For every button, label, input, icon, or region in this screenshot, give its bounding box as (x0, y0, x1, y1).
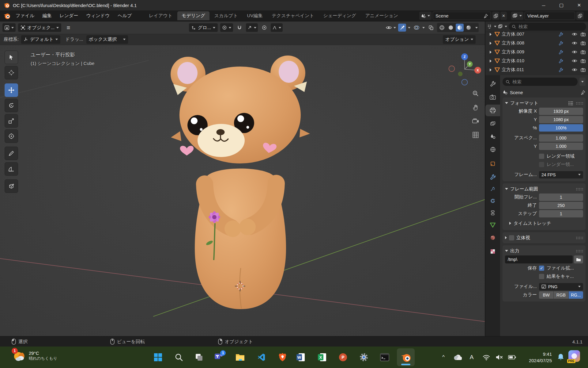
transform-orientation-dropdown[interactable]: グロ... (189, 23, 218, 32)
snap-toggle[interactable] (236, 24, 243, 32)
frame-start-field[interactable]: 1 (539, 194, 583, 201)
tab-render[interactable] (485, 91, 500, 103)
frame-step-field[interactable]: 1 (539, 210, 583, 217)
scene-name-field[interactable]: Scene (433, 12, 491, 20)
brave-button[interactable] (275, 350, 290, 365)
stereoscopy-title[interactable]: 立体視 (516, 235, 574, 241)
close-button[interactable]: ✕ (570, 0, 588, 10)
bear-model[interactable] (168, 55, 312, 311)
new-scene-button[interactable] (492, 12, 499, 20)
add-view-layer-button[interactable] (576, 12, 584, 20)
modifier-wrench-icon[interactable] (559, 59, 563, 63)
tab-scene[interactable] (485, 131, 500, 142)
crop-region-checkbox[interactable] (539, 162, 544, 167)
render-visibility-icon[interactable] (581, 50, 586, 54)
render-region-checkbox[interactable] (539, 154, 544, 159)
tab-view-layer[interactable] (485, 118, 500, 129)
tab-texture-paint[interactable]: テクスチャペイント (267, 11, 318, 20)
breadcrumb-scene[interactable]: Scene (510, 90, 578, 95)
resolution-y-field[interactable]: 1080 px (539, 116, 583, 123)
browse-folder-button[interactable] (574, 255, 583, 263)
viewport-canvas[interactable]: ユーザー・平行投影 (1) シーンコレクション | Cube (0, 45, 485, 336)
xray-toggle[interactable] (427, 24, 435, 32)
stereoscopy-checkbox[interactable] (509, 235, 514, 240)
shading-material-button[interactable] (456, 24, 464, 32)
coord-system-dropdown[interactable]: デフォルト (21, 35, 60, 44)
drag-grip[interactable] (576, 102, 583, 105)
tool-annotate[interactable] (5, 147, 18, 160)
snap-settings-dropdown[interactable] (246, 23, 258, 32)
presets-icon[interactable] (568, 101, 574, 105)
outliner-display-mode[interactable] (487, 24, 496, 29)
drag-grip[interactable] (576, 250, 583, 252)
properties-options-dropdown[interactable] (579, 78, 586, 86)
volume-muted-icon[interactable] (494, 350, 505, 365)
tab-object[interactable] (485, 158, 500, 170)
tab-material[interactable] (485, 232, 500, 243)
terminal-button[interactable] (377, 350, 392, 365)
collapse-icon[interactable] (505, 250, 508, 252)
view-layer-browse-button[interactable] (511, 12, 523, 20)
toggle-grid-button[interactable] (470, 130, 481, 140)
falloff-dropdown[interactable] (271, 23, 283, 32)
tab-object-data[interactable] (485, 219, 500, 231)
render-visibility-icon[interactable] (581, 32, 586, 36)
menu-help[interactable]: ヘルプ (114, 10, 136, 21)
wifi-icon[interactable] (481, 350, 492, 365)
render-visibility-icon[interactable] (581, 68, 586, 72)
weather-widget[interactable]: 1 29°C 晴れのちくもり (12, 349, 57, 362)
pan-button[interactable] (470, 102, 481, 113)
hide-icon[interactable] (572, 50, 577, 54)
notification-bell[interactable] (555, 350, 567, 365)
modifier-wrench-icon[interactable] (559, 67, 563, 72)
tab-layout[interactable]: レイアウト (145, 11, 177, 20)
task-view-button[interactable] (192, 350, 206, 365)
tool-select-box[interactable] (5, 51, 18, 64)
outliner-search[interactable] (509, 23, 586, 31)
tab-tool[interactable] (485, 78, 500, 89)
outliner-item-cube-010[interactable]: 立方体.010 (485, 56, 588, 65)
menu-render[interactable]: レンダー (55, 10, 82, 21)
collapse-icon[interactable] (505, 188, 508, 190)
format-section-title[interactable]: フォーマット (510, 100, 566, 106)
taskbar-search-button[interactable] (172, 350, 186, 365)
hide-icon[interactable] (572, 41, 577, 45)
tab-constraints[interactable] (485, 207, 500, 219)
output-path-field[interactable]: /tmp\ (505, 255, 573, 263)
frame-end-field[interactable]: 250 (539, 202, 583, 209)
file-extension-checkbox[interactable]: ✓ (539, 266, 544, 271)
expand-icon[interactable] (505, 236, 507, 239)
blender-menu-icon[interactable] (3, 12, 10, 20)
modifier-wrench-icon[interactable] (559, 50, 563, 54)
options-dropdown[interactable]: オプション (443, 35, 476, 44)
tab-uv-editing[interactable]: UV編集 (243, 11, 267, 20)
shading-wireframe-button[interactable] (438, 24, 446, 32)
powerpoint-button[interactable]: P (336, 350, 350, 365)
settings-button[interactable] (356, 350, 371, 365)
visibility-dropdown[interactable] (386, 25, 396, 30)
menu-edit[interactable]: 編集 (38, 10, 55, 21)
cache-result-checkbox[interactable] (539, 274, 544, 279)
frame-rate-dropdown[interactable]: 24 FPS (539, 171, 583, 178)
tool-scale[interactable] (5, 114, 18, 128)
gizmo-toggle[interactable] (398, 24, 410, 32)
tab-physics[interactable] (485, 195, 500, 207)
tool-transform[interactable] (5, 129, 18, 143)
tab-shading[interactable]: シェーディング (319, 11, 360, 20)
expand-icon[interactable] (509, 222, 511, 225)
tool-cursor[interactable] (5, 66, 18, 79)
aspect-x-field[interactable]: 1.000 (539, 134, 583, 142)
shading-dropdown[interactable] (475, 27, 478, 29)
mode-selector[interactable]: オブジェク... (18, 23, 61, 32)
outliner-filter[interactable] (498, 24, 507, 29)
select-box-dropdown[interactable]: ボックス選択 (86, 35, 128, 44)
gizmo-minus-y[interactable] (458, 72, 463, 76)
zoom-button[interactable] (470, 88, 481, 99)
color-bw-button[interactable]: BW (539, 291, 553, 299)
gizmo-minus-x[interactable] (449, 66, 455, 72)
time-stretch-label[interactable]: タイムストレッチ (514, 220, 551, 226)
properties-search-input[interactable] (512, 79, 575, 85)
outliner-item-cube-008[interactable]: 立方体.008 (485, 39, 588, 48)
menu-file[interactable]: ファイル (12, 10, 38, 21)
battery-icon[interactable] (506, 350, 518, 365)
